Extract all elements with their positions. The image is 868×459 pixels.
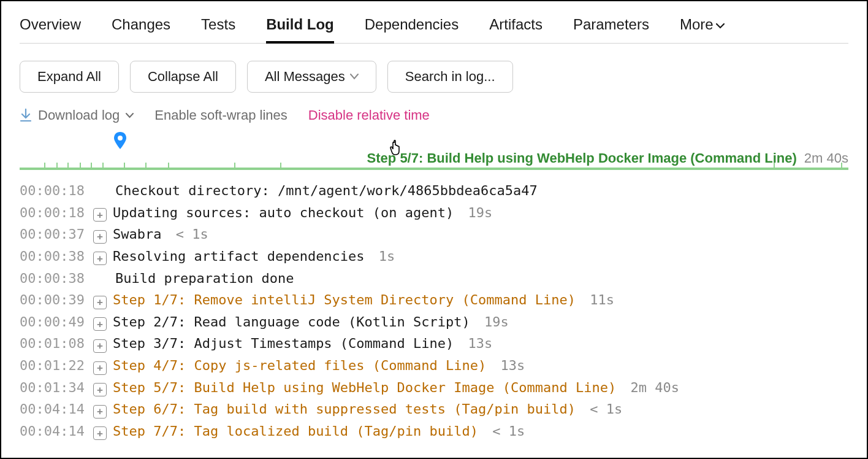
log-timestamp: 00:00:49 xyxy=(20,311,87,333)
expand-icon[interactable]: + xyxy=(93,405,107,418)
log-duration: 19s xyxy=(460,202,492,224)
log-duration: 13s xyxy=(460,333,492,355)
log-message: Step 7/7: Tag localized build (Tag/pin b… xyxy=(113,420,478,442)
tab-overview[interactable]: Overview xyxy=(20,12,81,43)
log-timestamp: 00:00:39 xyxy=(20,289,87,311)
expand-icon[interactable]: + xyxy=(93,252,107,265)
current-step-name: Step 5/7: Build Help using WebHelp Docke… xyxy=(367,150,797,166)
log-duration: 2m 40s xyxy=(622,377,679,399)
search-log-button[interactable]: Search in log... xyxy=(387,61,513,93)
log-duration: < 1s xyxy=(582,398,622,420)
log-duration: 19s xyxy=(476,311,509,333)
log-duration: 11s xyxy=(582,289,614,311)
log-row: 00:01:08+Step 3/7: Adjust Timestamps (Co… xyxy=(20,333,848,355)
svg-point-0 xyxy=(118,136,123,141)
build-log: 00:00:18Checkout directory: /mnt/agent/w… xyxy=(20,180,848,442)
current-step-label: Step 5/7: Build Help using WebHelp Docke… xyxy=(20,150,848,166)
download-icon xyxy=(20,109,32,122)
log-timestamp: 00:04:14 xyxy=(20,420,87,442)
timeline-tick xyxy=(91,163,92,170)
log-duration: < 1s xyxy=(167,223,208,245)
log-timestamp: 00:01:34 xyxy=(20,377,87,399)
log-timestamp: 00:01:22 xyxy=(20,355,87,377)
log-timestamp: 00:00:38 xyxy=(20,245,87,268)
timeline-pin-icon[interactable] xyxy=(112,131,129,152)
log-actions: Download log Enable soft-wrap lines Disa… xyxy=(20,107,848,123)
message-filter-label: All Messages xyxy=(265,69,345,85)
log-row: 00:01:34+Step 5/7: Build Help using WebH… xyxy=(20,377,848,399)
timeline-tick xyxy=(145,163,147,170)
tab-more[interactable]: More xyxy=(680,12,725,43)
timeline-bar[interactable] xyxy=(20,168,848,179)
timeline-tick xyxy=(774,163,775,170)
tab-changes[interactable]: Changes xyxy=(112,12,170,43)
expand-icon[interactable]: + xyxy=(93,383,107,396)
log-message: Updating sources: auto checkout (on agen… xyxy=(113,202,454,224)
timeline-tick xyxy=(67,163,69,170)
log-row: 00:00:49+Step 2/7: Read language code (K… xyxy=(20,311,848,333)
log-row: 00:04:14+Step 6/7: Tag build with suppre… xyxy=(20,398,848,420)
message-filter-dropdown[interactable]: All Messages xyxy=(247,61,376,93)
timeline-tick xyxy=(841,163,842,170)
log-timestamp: 00:01:08 xyxy=(20,333,87,355)
log-duration: 1s xyxy=(371,245,395,268)
log-row: 00:00:37+Swabra < 1s xyxy=(20,223,848,245)
tab-artifacts[interactable]: Artifacts xyxy=(489,12,542,43)
build-log-panel: OverviewChangesTestsBuild LogDependencie… xyxy=(0,0,868,459)
log-message: Build preparation done xyxy=(115,268,294,290)
log-timestamp: 00:00:18 xyxy=(20,180,87,202)
log-message: Resolving artifact dependencies xyxy=(113,245,365,268)
log-duration: < 1s xyxy=(484,420,525,442)
log-timestamp: 00:04:14 xyxy=(20,398,87,420)
expand-all-button[interactable]: Expand All xyxy=(20,61,119,93)
log-message: Swabra xyxy=(113,223,161,245)
expand-icon[interactable]: + xyxy=(93,361,107,375)
relative-time-toggle[interactable]: Disable relative time xyxy=(308,107,430,123)
log-message: Step 5/7: Build Help using WebHelp Docke… xyxy=(113,377,616,399)
timeline-tick xyxy=(124,163,125,170)
log-message: Step 2/7: Read language code (Kotlin Scr… xyxy=(113,311,470,333)
expand-icon[interactable]: + xyxy=(93,426,107,440)
log-toolbar: Expand All Collapse All All Messages Sea… xyxy=(20,61,848,93)
expand-icon[interactable]: + xyxy=(93,317,107,331)
log-message: Checkout directory: /mnt/agent/work/4865… xyxy=(115,180,538,202)
log-row: 00:00:18Checkout directory: /mnt/agent/w… xyxy=(20,180,848,202)
log-timestamp: 00:00:38 xyxy=(20,268,87,290)
log-duration: 13s xyxy=(492,355,525,377)
log-row: 00:00:38Build preparation done xyxy=(20,268,848,290)
log-message: Step 3/7: Adjust Timestamps (Command Lin… xyxy=(113,333,454,355)
timeline-tick xyxy=(80,163,81,170)
chevron-down-icon xyxy=(716,23,725,29)
chevron-down-icon xyxy=(126,113,134,118)
timeline-tick xyxy=(44,163,45,170)
log-message: Step 1/7: Remove intelliJ System Directo… xyxy=(113,289,576,311)
log-row: 00:01:22+Step 4/7: Copy js-related files… xyxy=(20,355,848,377)
log-message: Step 4/7: Copy js-related files (Command… xyxy=(113,355,486,377)
timeline-tick xyxy=(168,163,169,170)
tab-parameters[interactable]: Parameters xyxy=(573,12,649,43)
chevron-down-icon xyxy=(350,74,359,80)
log-message: Step 6/7: Tag build with suppressed test… xyxy=(113,398,576,420)
expand-icon[interactable]: + xyxy=(93,208,107,222)
log-row: 00:04:14+Step 7/7: Tag localized build (… xyxy=(20,420,848,442)
timeline-tick xyxy=(280,163,281,170)
expand-icon[interactable]: + xyxy=(93,296,107,309)
expand-icon[interactable]: + xyxy=(93,339,107,353)
soft-wrap-toggle[interactable]: Enable soft-wrap lines xyxy=(154,107,287,123)
tab-tests[interactable]: Tests xyxy=(201,12,235,43)
log-row: 00:00:38+Resolving artifact dependencies… xyxy=(20,245,848,268)
collapse-all-button[interactable]: Collapse All xyxy=(130,61,236,93)
log-row: 00:00:18+Updating sources: auto checkout… xyxy=(20,202,848,224)
download-log-label: Download log xyxy=(38,107,120,123)
log-timestamp: 00:00:18 xyxy=(20,202,87,224)
log-row: 00:00:39+Step 1/7: Remove intelliJ Syste… xyxy=(20,289,848,311)
timeline-tick xyxy=(56,163,58,170)
timeline: Step 5/7: Build Help using WebHelp Docke… xyxy=(20,150,848,179)
log-timestamp: 00:00:37 xyxy=(20,223,87,245)
tab-build-log[interactable]: Build Log xyxy=(266,12,334,43)
download-log-dropdown[interactable]: Download log xyxy=(20,107,134,123)
expand-icon[interactable]: + xyxy=(93,230,107,244)
timeline-tick xyxy=(102,163,104,170)
tab-dependencies[interactable]: Dependencies xyxy=(365,12,459,43)
timeline-tick xyxy=(234,163,235,170)
